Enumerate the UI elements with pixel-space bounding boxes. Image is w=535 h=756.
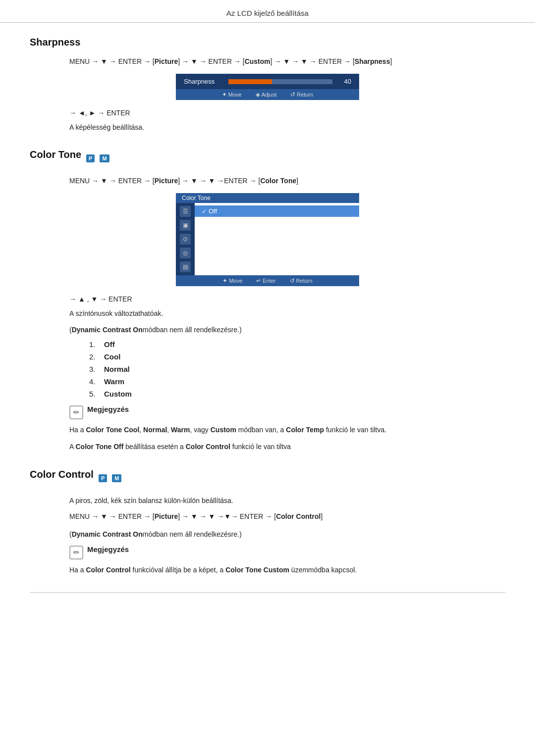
list-item-3: 3. Normal — [89, 365, 505, 373]
header-title: Az LCD kijelző beállítása — [226, 9, 309, 17]
color-tone-note-box: ✏ Megjegyzés — [69, 405, 505, 419]
ct-option-normal[interactable]: Normal — [195, 228, 359, 240]
colortone-options: ✓Off Cool Normal Warm Custom — [195, 203, 359, 275]
sharpness-ctrl-adjust: ◈ Adjust — [256, 91, 277, 98]
adjust-icon: ◈ — [256, 91, 260, 98]
sharpness-description: A képélesség beállítása. — [69, 122, 505, 133]
color-tone-title: Color Tone — [30, 149, 81, 160]
list-item-5: 5. Custom — [89, 390, 505, 398]
cc-note-label: Megjegyzés — [87, 545, 129, 554]
ct-return-icon: ↺ — [290, 277, 295, 284]
color-control-menu-path: MENU → ▼ → ENTER → [Picture] → ▼ → ▼ →▼→… — [69, 511, 505, 522]
return-icon: ↺ — [290, 91, 295, 98]
color-tone-description1: A színtónusok változtathatóak. — [69, 308, 505, 319]
color-control-note-box: ✏ Megjegyzés — [69, 545, 505, 559]
sharpness-value: 40 — [337, 78, 351, 85]
page-header: Az LCD kijelző beállítása — [0, 0, 535, 23]
sharpness-arrow-instruction: → ◄, ► → ENTER — [69, 109, 505, 117]
sharpness-box: Sharpness 40 — [176, 74, 359, 89]
ct-option-off[interactable]: ✓Off — [195, 205, 359, 217]
ct-icon-1: ☰ — [180, 206, 191, 217]
sharpness-bar-fill — [228, 79, 272, 84]
ct-move-icon: ✦ — [222, 277, 227, 284]
sharpness-ctrl-move: ✦ Move — [222, 91, 242, 98]
colortone-ctrl-enter: ↵ Enter — [256, 277, 275, 284]
color-control-title: Color Control — [30, 469, 94, 480]
list-item-4: 4. Warm — [89, 377, 505, 386]
cc-note-icon: ✏ — [69, 546, 83, 559]
ct-icon-2: ▣ — [180, 220, 191, 231]
color-control-badge-p: P — [99, 474, 107, 482]
sharpness-ctrl-return: ↺ Return — [290, 91, 313, 98]
sharpness-widget-label: Sharpness — [184, 78, 223, 85]
color-tone-badge-m: M — [100, 154, 109, 162]
sharpness-bar — [228, 79, 332, 84]
color-control-badge-m: M — [112, 474, 121, 482]
sharpness-title: Sharpness — [30, 37, 505, 48]
sharpness-controls: ✦ Move ◈ Adjust ↺ Return — [176, 89, 359, 100]
color-tone-menu-path: MENU → ▼ → ENTER → [Picture] → ▼ → ▼ →EN… — [69, 175, 505, 186]
color-tone-note1: Ha a Color Tone Cool, Normal, Warm, vagy… — [69, 424, 505, 436]
color-tone-note2: A Color Tone Off beállítása esetén a Col… — [69, 441, 505, 453]
ct-icon-5: ▤ — [180, 261, 191, 272]
color-tone-badge-p: P — [86, 154, 95, 162]
colortone-controls: ✦ Move ↵ Enter ↺ Return — [176, 275, 359, 286]
colortone-ctrl-return: ↺ Return — [290, 277, 313, 284]
ct-checkmark-off: ✓ — [202, 208, 207, 215]
move-icon: ✦ — [222, 91, 227, 98]
ct-icon-4: ◎ — [180, 248, 191, 258]
sharpness-widget: Sharpness 40 ✦ Move ◈ Adjust ↺ — [176, 74, 359, 100]
ct-icon-3: ⊙ — [180, 234, 191, 245]
color-tone-list: 1. Off 2. Cool 3. Normal 4. Warm 5. Cust… — [89, 340, 505, 398]
color-control-description2: (Dynamic Contrast Onmódban nem áll rende… — [69, 529, 505, 540]
ct-enter-icon: ↵ — [256, 277, 261, 284]
note-icon: ✏ — [69, 405, 83, 419]
color-control-description1: A piros, zöld, kék szín balansz külön-kü… — [69, 495, 505, 506]
sharpness-section: Sharpness MENU → ▼ → ENTER → [Picture] →… — [30, 37, 505, 133]
color-control-section: Color Control P M A piros, zöld, kék szí… — [30, 469, 505, 576]
color-tone-arrow-instruction: → ▲ , ▼ → ENTER — [69, 295, 505, 303]
ct-option-warm[interactable]: Warm — [195, 240, 359, 251]
sharpness-menu-path: MENU → ▼ → ENTER → [Picture] → ▼ → ENTER… — [69, 56, 505, 67]
ct-option-custom[interactable]: Custom — [195, 251, 359, 262]
ct-option-cool[interactable]: Cool — [195, 217, 359, 228]
colortone-widget: Color Tone ☰ ▣ ⊙ ◎ ▤ ✓Off Cool Normal Wa… — [176, 193, 359, 286]
colortone-title-bar: Color Tone — [176, 193, 359, 203]
color-tone-section: Color Tone P M MENU → ▼ → ENTER → [Pictu… — [30, 149, 505, 453]
list-item-2: 2. Cool — [89, 353, 505, 361]
list-item-1: 1. Off — [89, 340, 505, 349]
color-tone-description2: (Dynamic Contrast Onmódban nem áll rende… — [69, 324, 505, 335]
bottom-divider — [30, 592, 505, 593]
colortone-icons: ☰ ▣ ⊙ ◎ ▤ — [176, 203, 195, 275]
note-label: Megjegyzés — [87, 405, 129, 413]
color-control-note: Ha a Color Control funkcióval állítja be… — [69, 564, 505, 576]
colortone-body: ☰ ▣ ⊙ ◎ ▤ ✓Off Cool Normal Warm Custom — [176, 203, 359, 275]
colortone-ctrl-move: ✦ Move — [222, 277, 242, 284]
